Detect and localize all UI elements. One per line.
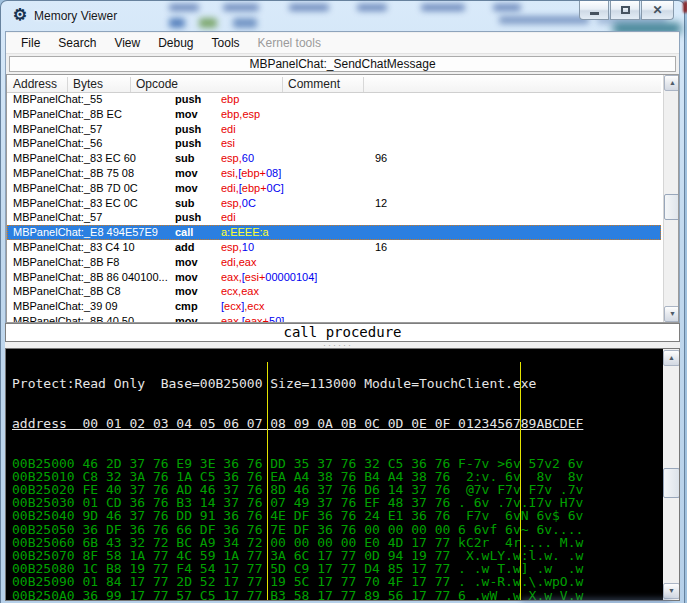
window-title: Memory Viewer bbox=[34, 9, 117, 23]
close-button[interactable]: ✕ bbox=[641, 1, 674, 20]
column-header-comment[interactable]: Comment bbox=[288, 77, 340, 91]
disasm-row[interactable]: MBPanelChat:_83 EC 60subesp,6096 bbox=[7, 151, 661, 166]
scrollbar-thumb[interactable] bbox=[664, 194, 679, 220]
minimize-icon bbox=[590, 12, 599, 15]
hex-column-marker-line bbox=[267, 362, 268, 600]
maximize-icon bbox=[621, 6, 630, 14]
disasm-operands: a:EEEE:a bbox=[221, 226, 269, 238]
scrollbar-thumb[interactable] bbox=[663, 468, 680, 498]
column-separator[interactable] bbox=[130, 77, 131, 92]
disasm-address: MBPanelChat:_8B F8 bbox=[13, 256, 119, 268]
hex-scrollbar[interactable]: ▲ ▼ bbox=[663, 349, 680, 600]
disasm-mnemonic: mov bbox=[175, 167, 198, 179]
disasm-mnemonic: push bbox=[175, 123, 201, 135]
scroll-up-button[interactable]: ▲ bbox=[664, 75, 679, 91]
menu-bar: FileSearchViewDebugToolsKernel tools bbox=[6, 33, 679, 54]
disasm-mnemonic: push bbox=[175, 211, 201, 223]
menu-item-kernel-tools: Kernel tools bbox=[249, 34, 330, 52]
disasm-comment: 16 bbox=[375, 241, 387, 253]
disassembly-panel: Address Bytes Opcode Comment MBPanelChat… bbox=[6, 74, 679, 323]
disasm-mnemonic: mov bbox=[175, 182, 198, 194]
disasm-address: MBPanelChat:_8B C8 bbox=[13, 285, 121, 297]
disasm-mnemonic: sub bbox=[175, 152, 195, 164]
disasm-address: MBPanelChat:_8B 40 50 bbox=[13, 315, 134, 323]
disasm-mnemonic: mov bbox=[175, 108, 198, 120]
disasm-mnemonic: cmp bbox=[175, 300, 198, 312]
disasm-row[interactable]: MBPanelChat:_8B C8movecx,eax bbox=[7, 284, 661, 299]
disasm-row-selected[interactable]: MBPanelChat:_E8 494E57E9calla:EEEE:a bbox=[7, 225, 661, 240]
disasm-mnemonic: mov bbox=[175, 315, 198, 323]
disasm-comment: 12 bbox=[375, 197, 387, 209]
menu-item-file[interactable]: File bbox=[12, 34, 49, 52]
disasm-operands: edi,[ebp+0C] bbox=[221, 182, 284, 194]
disasm-mnemonic: sub bbox=[175, 197, 195, 209]
maximize-button[interactable] bbox=[610, 1, 640, 20]
menu-item-view[interactable]: View bbox=[105, 34, 149, 52]
disasm-row[interactable]: MBPanelChat:_83 C4 10addesp,1016 bbox=[7, 240, 661, 255]
minimize-button[interactable] bbox=[579, 1, 609, 20]
column-header-address[interactable]: Address bbox=[13, 77, 57, 91]
disasm-address: MBPanelChat:_8B 75 08 bbox=[13, 167, 134, 179]
disasm-row[interactable]: MBPanelChat:_8B 75 08movesi,[ebp+08] bbox=[7, 166, 661, 181]
disasm-address: MBPanelChat:_56 bbox=[13, 137, 102, 149]
scroll-down-button[interactable]: ▼ bbox=[663, 583, 680, 599]
disasm-address: MBPanelChat:_57 bbox=[13, 123, 102, 135]
disasm-address: MBPanelChat:_8B EC bbox=[13, 108, 122, 120]
disasm-operands: ebp bbox=[221, 93, 239, 105]
disasm-address: MBPanelChat:_83 C4 10 bbox=[13, 241, 135, 253]
disasm-row[interactable]: MBPanelChat:_8B 40 50moveax,[eax+50] bbox=[7, 314, 661, 323]
close-icon: ✕ bbox=[652, 3, 662, 17]
disasm-row[interactable]: MBPanelChat:_39 09cmp[ecx],ecx bbox=[7, 299, 661, 314]
disasm-operands: edi bbox=[221, 211, 236, 223]
disassembly-column-headers: Address Bytes Opcode Comment bbox=[7, 75, 661, 93]
disasm-operands: eax,[esi+00000104] bbox=[221, 271, 317, 283]
background-window-bottom-blob bbox=[521, 599, 671, 603]
title-bar[interactable]: ⚙ Memory Viewer ✕ bbox=[1, 1, 684, 31]
menu-item-tools[interactable]: Tools bbox=[203, 34, 249, 52]
column-separator[interactable] bbox=[67, 77, 68, 92]
menu-item-debug[interactable]: Debug bbox=[149, 34, 202, 52]
disasm-address: MBPanelChat:_55 bbox=[13, 93, 102, 105]
disasm-mnemonic: mov bbox=[175, 285, 198, 297]
disasm-row[interactable]: MBPanelChat:_57pushedi bbox=[7, 210, 661, 225]
disasm-row[interactable]: MBPanelChat:_8B 86 040100...moveax,[esi+… bbox=[7, 270, 661, 285]
disasm-address: MBPanelChat:_39 09 bbox=[13, 300, 118, 312]
disassembly-scrollbar[interactable]: ▲ ▼ bbox=[663, 75, 679, 322]
disasm-operands: [ecx],ecx bbox=[221, 300, 264, 312]
disasm-operands: esp,10 bbox=[221, 241, 254, 253]
disasm-mnemonic: mov bbox=[175, 271, 198, 283]
disasm-row[interactable]: MBPanelChat:_56pushesi bbox=[7, 136, 661, 151]
disasm-address: MBPanelChat:_E8 494E57E9 bbox=[13, 226, 158, 238]
disasm-address: MBPanelChat:_8B 7D 0C bbox=[13, 182, 138, 194]
disasm-row[interactable]: MBPanelChat:_83 EC 0Csubesp,0C12 bbox=[7, 196, 661, 211]
memory-viewer-window: ⚙ Memory Viewer ✕ FileSearchViewDebugToo… bbox=[0, 0, 685, 603]
column-header-bytes[interactable]: Bytes bbox=[73, 77, 103, 91]
column-header-opcode[interactable]: Opcode bbox=[136, 77, 178, 91]
column-separator[interactable] bbox=[282, 77, 283, 92]
disasm-row[interactable]: MBPanelChat:_57pushedi bbox=[7, 122, 661, 137]
disasm-operands: esi bbox=[221, 137, 235, 149]
disasm-mnemonic: push bbox=[175, 93, 201, 105]
disasm-operands: esi,[ebp+08] bbox=[221, 167, 281, 179]
disasm-address: MBPanelChat:_8B 86 040100... bbox=[13, 271, 168, 283]
disasm-row[interactable]: MBPanelChat:_8B F8movedi,eax bbox=[7, 255, 661, 270]
disasm-address: MBPanelChat:_83 EC 0C bbox=[13, 197, 138, 209]
disasm-row[interactable]: MBPanelChat:_8B ECmovebp,esp bbox=[7, 107, 661, 122]
disasm-mnemonic: call bbox=[175, 226, 193, 238]
column-separator[interactable] bbox=[363, 77, 364, 92]
disasm-row[interactable]: MBPanelChat:_8B 7D 0Cmovedi,[ebp+0C] bbox=[7, 181, 661, 196]
function-header: MBPanelChat:_SendChatMessage bbox=[9, 56, 676, 72]
scroll-down-button[interactable]: ▼ bbox=[664, 306, 679, 322]
disasm-operands: esp,60 bbox=[221, 152, 254, 164]
disasm-operands: ebp,esp bbox=[221, 108, 260, 120]
disasm-address: MBPanelChat:_83 EC 60 bbox=[13, 152, 136, 164]
ascii-column-marker-line bbox=[520, 362, 521, 600]
disasm-address: MBPanelChat:_57 bbox=[13, 211, 102, 223]
disasm-mnemonic: add bbox=[175, 241, 195, 253]
disasm-row[interactable]: MBPanelChat:_55pushebp bbox=[7, 92, 661, 107]
menu-item-search[interactable]: Search bbox=[49, 34, 105, 52]
disasm-operands: eax,[eax+50] bbox=[221, 315, 284, 323]
disasm-operands: esp,0C bbox=[221, 197, 256, 209]
hex-viewer-panel: Protect:Read Only Base=00B25000 Size=113… bbox=[5, 348, 680, 601]
scroll-up-button[interactable]: ▲ bbox=[663, 350, 680, 366]
